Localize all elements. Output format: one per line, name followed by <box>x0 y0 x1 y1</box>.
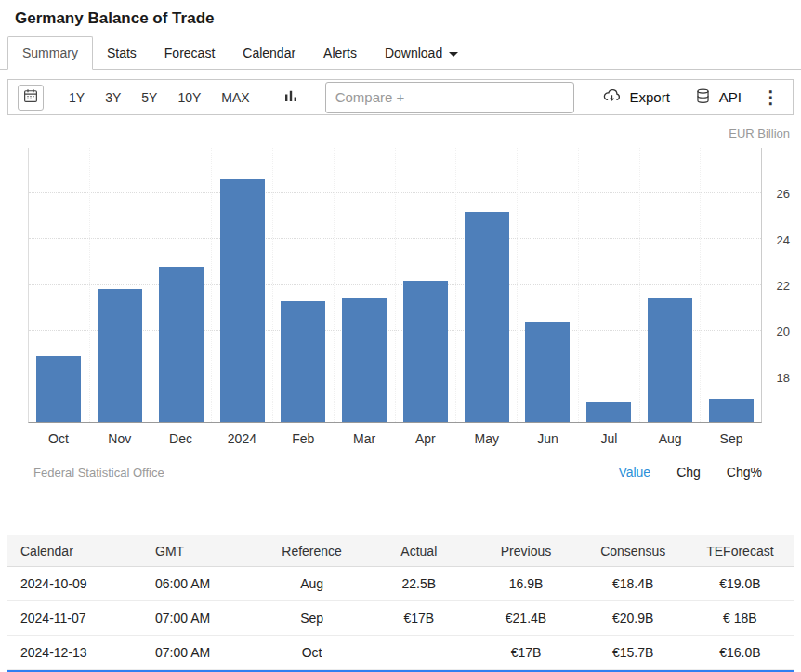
column-header-previous: Previous <box>472 544 579 559</box>
chart: EUR Billion 1820222426 OctNovDec2024FebM… <box>0 115 801 493</box>
column-header-teforecast: TEForecast <box>687 544 794 559</box>
table-row[interactable]: 2024-10-0906:00 AMAug22.5B16.9B€18.4B€19… <box>7 567 794 601</box>
bar-sep[interactable] <box>709 399 754 422</box>
table-row[interactable]: 2024-12-1307:00 AMOct€17B€15.7B€16.0B <box>7 636 794 670</box>
cell: € 18B <box>687 611 794 626</box>
mode-chgpct[interactable]: Chg% <box>727 465 762 480</box>
cell: Oct <box>258 645 365 660</box>
calendar-button[interactable] <box>18 85 44 111</box>
y-axis-label: 18 <box>777 370 790 384</box>
cell: €16.0B <box>687 645 794 660</box>
cell: 16.9B <box>472 576 579 591</box>
cell: €20.9B <box>580 611 687 626</box>
column-chart-icon <box>282 87 299 107</box>
range-button-1y[interactable]: 1Y <box>60 86 93 110</box>
compare-input[interactable] <box>325 82 574 113</box>
x-axis-label: Mar <box>334 431 395 446</box>
bar-slot <box>455 148 517 422</box>
bar-slot <box>700 148 761 422</box>
cell: €18.4B <box>580 576 687 591</box>
calendar-icon <box>22 87 39 107</box>
cell: 07:00 AM <box>142 645 258 660</box>
bar-oct[interactable] <box>36 356 81 422</box>
cell: €21.4B <box>472 611 579 626</box>
api-button[interactable]: API <box>694 87 742 108</box>
cell: Aug <box>258 576 365 591</box>
cell: 07:00 AM <box>142 611 258 626</box>
cell: 2024-12-13 <box>7 645 142 660</box>
column-header-calendar: Calendar <box>7 544 142 559</box>
column-header-reference: Reference <box>258 544 365 559</box>
x-axis-label: Jun <box>518 431 579 446</box>
page-header: Germany Balance of Trade <box>0 0 801 35</box>
page-title: Germany Balance of Trade <box>15 9 786 28</box>
tab-summary[interactable]: Summary <box>7 36 93 70</box>
tab-calendar[interactable]: Calendar <box>229 37 309 69</box>
cell: 06:00 AM <box>142 576 258 591</box>
bar-slot <box>639 148 701 422</box>
x-axis-label: 2024 <box>211 431 272 446</box>
chart-toolbar: 1Y3Y5Y10YMAX Export API <box>7 79 794 115</box>
x-axis-label: Apr <box>395 431 456 446</box>
bar-feb[interactable] <box>281 301 325 422</box>
x-axis-label: May <box>456 431 518 446</box>
bar-2024[interactable] <box>220 179 265 422</box>
cell: Sep <box>258 611 365 626</box>
bar-slot <box>211 148 272 422</box>
tab-stats[interactable]: Stats <box>93 37 151 69</box>
range-button-10y[interactable]: 10Y <box>169 86 209 110</box>
bar-slot <box>29 148 89 422</box>
bar-nov[interactable] <box>98 289 142 422</box>
bar-apr[interactable] <box>403 281 448 422</box>
calendar-table: CalendarGMTReferenceActualPreviousConsen… <box>7 535 794 670</box>
tab-bar: SummaryStatsForecastCalendarAlertsDownlo… <box>0 35 801 70</box>
cell: 2024-11-07 <box>7 611 142 626</box>
table-body: 2024-10-0906:00 AMAug22.5B16.9B€18.4B€19… <box>7 567 794 670</box>
bar-may[interactable] <box>465 212 509 422</box>
bar-dec[interactable] <box>159 267 204 422</box>
chart-type-button[interactable] <box>282 85 299 111</box>
range-button-5y[interactable]: 5Y <box>133 86 165 110</box>
caret-down-icon <box>449 52 458 57</box>
bar-mar[interactable] <box>342 298 387 422</box>
bar-aug[interactable] <box>648 298 692 422</box>
tab-download[interactable]: Download <box>371 37 472 69</box>
y-axis-label: 26 <box>777 187 790 201</box>
x-axis-label: Oct <box>28 431 89 446</box>
y-axis-label: 24 <box>777 232 790 246</box>
mode-value[interactable]: Value <box>618 465 650 480</box>
range-selector: 1Y3Y5Y10YMAX <box>60 86 258 110</box>
x-axis-label: Jul <box>578 431 639 446</box>
table-row[interactable]: 2024-11-0707:00 AMSep€17B€21.4B€20.9B€ 1… <box>7 601 794 636</box>
cloud-download-icon <box>602 86 622 109</box>
bar-jul[interactable] <box>586 402 631 422</box>
bar-slot <box>272 148 334 422</box>
table-header-row: CalendarGMTReferenceActualPreviousConsen… <box>7 535 794 567</box>
bar-jun[interactable] <box>525 322 570 422</box>
cell: €17B <box>365 611 472 626</box>
range-button-3y[interactable]: 3Y <box>97 86 129 110</box>
kebab-menu-icon[interactable]: ⋮ <box>762 86 780 108</box>
chart-plot-area <box>28 148 762 423</box>
api-label: API <box>719 89 742 105</box>
column-header-gmt: GMT <box>142 544 258 559</box>
cell: 2024-10-09 <box>7 576 142 591</box>
cell: €19.0B <box>687 576 794 591</box>
database-icon <box>694 87 712 108</box>
y-axis-label: 22 <box>777 279 790 293</box>
x-axis-label: Sep <box>701 431 762 446</box>
bar-slot <box>517 148 578 422</box>
mode-chg[interactable]: Chg <box>676 465 701 480</box>
range-button-max[interactable]: MAX <box>213 86 257 110</box>
cell: 22.5B <box>365 576 472 591</box>
column-header-actual: Actual <box>365 544 472 559</box>
export-button[interactable]: Export <box>602 86 669 109</box>
chart-mode-switch: ValueChgChg% <box>618 465 762 480</box>
y-axis-label: 20 <box>777 324 790 338</box>
chart-unit-label: EUR Billion <box>7 115 794 148</box>
tab-alerts[interactable]: Alerts <box>309 37 371 69</box>
x-axis-label: Dec <box>151 431 212 446</box>
x-axis-label: Feb <box>272 431 334 446</box>
tab-forecast[interactable]: Forecast <box>151 37 229 69</box>
export-label: Export <box>629 89 669 105</box>
